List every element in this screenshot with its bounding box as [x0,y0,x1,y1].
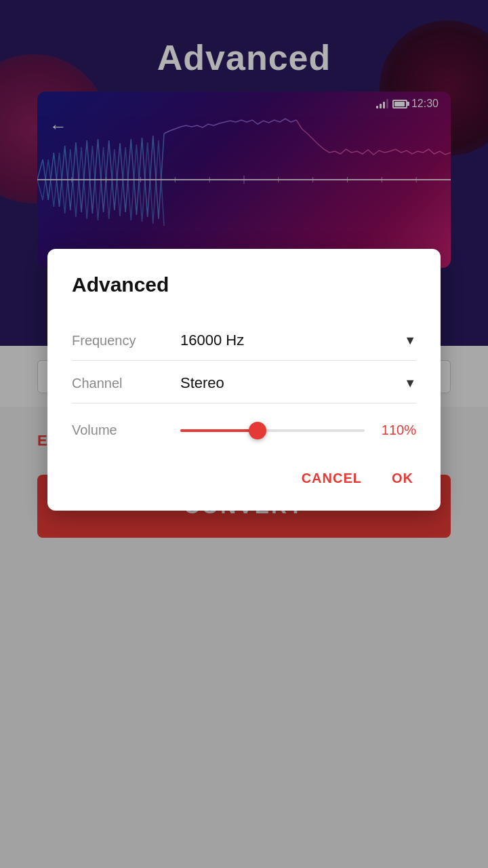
channel-field[interactable]: Stereo ▼ [180,374,416,392]
channel-dropdown-arrow: ▼ [404,376,416,391]
channel-row: Channel Stereo ▼ [72,363,416,403]
volume-slider-fill [180,429,258,432]
ok-button[interactable]: OK [389,465,416,492]
volume-slider-thumb[interactable] [249,422,266,439]
frequency-value: 16000 Hz [180,332,244,349]
channel-label: Channel [72,376,180,391]
frequency-dropdown-arrow: ▼ [404,334,416,348]
modal-title: Advanced [72,273,416,296]
volume-row: Volume 110% [72,406,416,443]
advanced-dialog: Advanced Frequency 16000 Hz ▼ Channel St… [47,249,441,511]
cancel-button[interactable]: CANCEL [299,465,365,492]
volume-slider-container: 110% [180,422,416,438]
channel-value: Stereo [180,374,224,392]
modal-overlay: Advanced Frequency 16000 Hz ▼ Channel St… [0,0,488,868]
frequency-row: Frequency 16000 Hz ▼ [72,321,416,361]
modal-buttons: CANCEL OK [72,465,416,492]
frequency-label: Frequency [72,333,180,349]
volume-label: Volume [72,422,180,438]
volume-slider-track[interactable] [180,429,365,432]
volume-value: 110% [375,422,416,438]
frequency-field[interactable]: 16000 Hz ▼ [180,332,416,349]
